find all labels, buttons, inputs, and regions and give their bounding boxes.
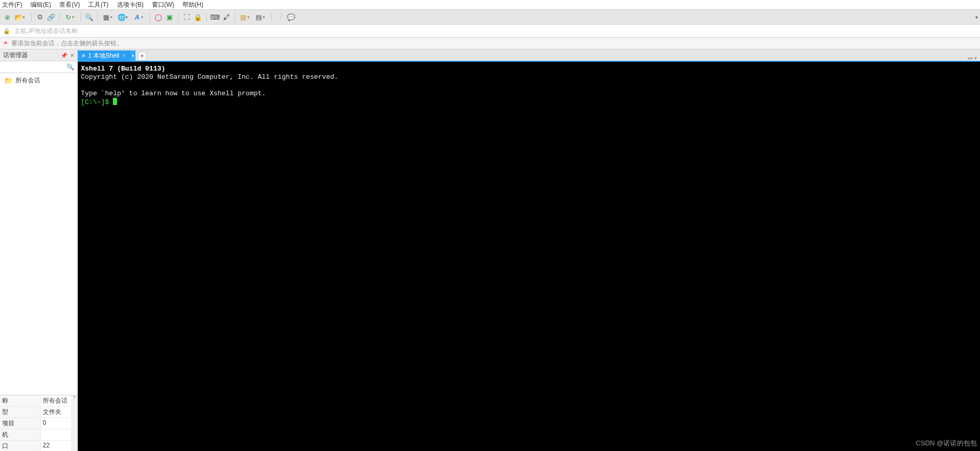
- address-lock-icon: 🔒: [3, 28, 10, 34]
- new-session-icon[interactable]: ⊕: [2, 12, 12, 22]
- open-folder-icon[interactable]: 📂: [13, 12, 24, 22]
- tab-overflow-icon[interactable]: ▾: [974, 55, 977, 61]
- tree-root-node[interactable]: 📁 所有会话: [3, 75, 74, 86]
- tab-nav-left-icon[interactable]: ◂: [967, 55, 970, 61]
- prop-value: 文件夹: [41, 407, 71, 418]
- reconnect-icon[interactable]: ↻: [63, 12, 73, 22]
- font-dropdown-icon[interactable]: ▾: [141, 15, 145, 20]
- play-icon[interactable]: ▣: [164, 12, 175, 22]
- prop-key: 口: [0, 441, 41, 451]
- prop-key: 机: [0, 429, 41, 440]
- terminal-cursor: [113, 98, 117, 105]
- prop-value: [41, 429, 71, 440]
- tab-local-shell[interactable]: 1 本地Shell ×: [78, 50, 130, 61]
- prop-value: 22: [41, 441, 71, 451]
- prop-row: 项目 0: [0, 418, 71, 429]
- folder-icon: 📁: [4, 77, 12, 84]
- font-icon[interactable]: A: [132, 12, 142, 22]
- session-search-bar[interactable]: 🔍: [0, 61, 77, 73]
- tab-add-button[interactable]: +: [138, 51, 147, 61]
- highlight-icon[interactable]: 🖍: [221, 12, 231, 22]
- toolbar-sep: [271, 12, 272, 22]
- help-icon[interactable]: ❔: [275, 12, 285, 22]
- search-icon[interactable]: 🔍: [84, 12, 94, 22]
- menu-edit[interactable]: 编辑(E): [30, 1, 51, 9]
- toolbar-sep: [206, 12, 207, 22]
- prop-value: 所有会话: [41, 395, 71, 406]
- search-icon: 🔍: [66, 63, 74, 71]
- tab-dropdown-icon[interactable]: ▾: [130, 50, 136, 61]
- layout-icon[interactable]: ▦: [101, 12, 111, 22]
- toolbar-sep: [80, 12, 81, 22]
- tile-icon[interactable]: ▥: [238, 12, 248, 22]
- address-bar: 🔒: [0, 25, 980, 38]
- terminal-line: Type `help' to learn how to use Xshell p…: [81, 90, 266, 97]
- tab-strip: 1 本地Shell × ▾ + ◂ ▸ ▾: [78, 49, 980, 62]
- prop-value: 0: [41, 418, 71, 429]
- toolbar-sep: [234, 12, 235, 22]
- toolbar: ⊕ 📂▾ ⧉ 🔗 ↻▾ 🔍 ▦▾ 🌐▾ A▾ ◯ ▣ ⛶ 🔒 ⌨ 🖍 ▥▾ ▤▾…: [0, 10, 980, 25]
- prop-row: 机: [0, 429, 71, 441]
- close-icon[interactable]: ✕: [70, 53, 74, 58]
- session-manager-title: 话管理器: [3, 51, 28, 60]
- tab-nav-right-icon[interactable]: ▸: [971, 55, 973, 61]
- menu-tabs[interactable]: 选项卡(B): [117, 1, 144, 9]
- grid-dropdown-icon[interactable]: ▾: [263, 15, 267, 20]
- scroll-up-icon[interactable]: ˄: [73, 395, 76, 401]
- hint-text: 要添加当前会话，点击左侧的箭头按钮。: [11, 39, 123, 48]
- open-dropdown-icon[interactable]: ▾: [23, 15, 27, 20]
- main-area: 1 本地Shell × ▾ + ◂ ▸ ▾ Xshell 7 (Build 01…: [78, 49, 980, 451]
- copy-icon[interactable]: ⧉: [35, 12, 45, 22]
- reconnect-dropdown-icon[interactable]: ▾: [72, 15, 76, 20]
- flag-icon: ⚑: [3, 40, 8, 47]
- prop-row: 型 文件夹: [0, 407, 71, 418]
- lock-icon[interactable]: 🔒: [193, 12, 203, 22]
- props-scrollbar[interactable]: ˄: [71, 395, 77, 451]
- toolbar-overflow-icon[interactable]: ▾: [975, 14, 978, 20]
- tab-close-icon[interactable]: ×: [123, 52, 126, 59]
- grid-icon[interactable]: ▤: [254, 12, 264, 22]
- body-area: 话管理器 📌 ✕ 🔍 📁 所有会话 称 所有会话: [0, 49, 980, 451]
- toolbar-sep: [178, 12, 178, 22]
- terminal[interactable]: Xshell 7 (Build 0113) Copyright (c) 2020…: [78, 62, 980, 451]
- tab-label: 1 本地Shell: [88, 51, 120, 60]
- toolbar-sep: [59, 12, 60, 22]
- menu-view[interactable]: 查看(V): [59, 1, 80, 9]
- layout-dropdown-icon[interactable]: ▾: [110, 15, 114, 20]
- terminal-prompt: [C:\~]$: [81, 98, 113, 106]
- prop-key: 称: [0, 395, 41, 406]
- session-tree[interactable]: 📁 所有会话: [0, 73, 77, 395]
- menu-window[interactable]: 窗口(W): [152, 1, 174, 9]
- menu-file[interactable]: 文件(F): [2, 1, 22, 9]
- menu-bar: 文件(F) 编辑(E) 查看(V) 工具(T) 选项卡(B) 窗口(W) 帮助(…: [0, 0, 980, 10]
- globe-icon[interactable]: 🌐: [116, 12, 127, 22]
- tab-status-dot-icon: [82, 54, 85, 57]
- link-icon[interactable]: 🔗: [46, 12, 56, 22]
- pin-icon[interactable]: 📌: [61, 53, 67, 58]
- menu-help[interactable]: 帮助(H): [182, 1, 204, 9]
- session-manager-panel: 话管理器 📌 ✕ 🔍 📁 所有会话 称 所有会话: [0, 49, 78, 451]
- tile-dropdown-icon[interactable]: ▾: [247, 15, 251, 20]
- fullscreen-icon[interactable]: ⛶: [181, 12, 192, 22]
- address-input[interactable]: [13, 27, 977, 35]
- toolbar-sep: [149, 12, 150, 22]
- menu-tools[interactable]: 工具(T): [88, 1, 108, 9]
- terminal-line: Copyright (c) 2020 NetSarang Computer, I…: [81, 73, 338, 81]
- hint-bar: ⚑ 要添加当前会话，点击左侧的箭头按钮。: [0, 38, 980, 49]
- tree-root-label: 所有会话: [15, 76, 40, 85]
- toolbar-sep: [97, 12, 98, 22]
- chat-icon[interactable]: 💬: [286, 12, 296, 22]
- prop-key: 项目: [0, 418, 41, 429]
- prop-key: 型: [0, 407, 41, 418]
- prop-row: 称 所有会话: [0, 395, 71, 407]
- keyboard-icon[interactable]: ⌨: [210, 12, 220, 22]
- session-properties: 称 所有会话 型 文件夹 项目 0 机: [0, 395, 77, 451]
- prop-row: 口 22: [0, 441, 71, 451]
- session-manager-header: 话管理器 📌 ✕: [0, 49, 77, 61]
- globe-dropdown-icon[interactable]: ▾: [126, 15, 130, 20]
- stop-icon[interactable]: ◯: [153, 12, 163, 22]
- terminal-line: Xshell 7 (Build 0113): [81, 65, 165, 73]
- toolbar-sep: [31, 12, 31, 22]
